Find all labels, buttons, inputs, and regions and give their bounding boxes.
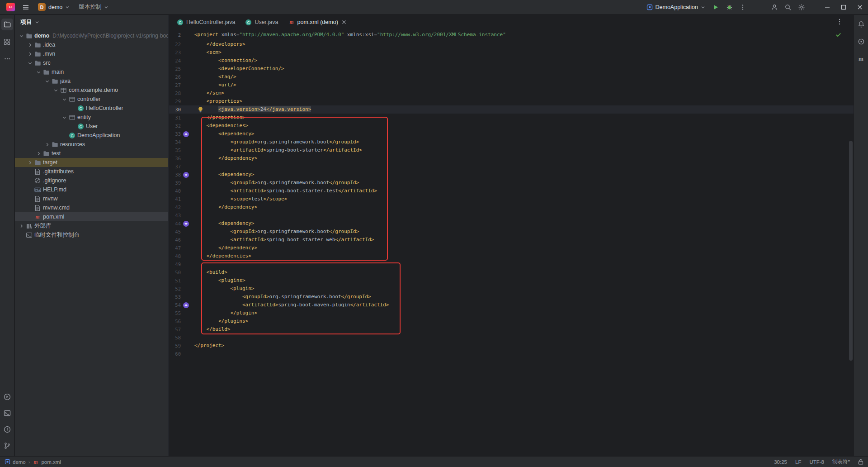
tree-item-hellocontroller[interactable]: CHelloController bbox=[15, 104, 168, 113]
chevron-closed-icon[interactable] bbox=[43, 142, 51, 147]
code-line-27[interactable]: 27 <url/> bbox=[169, 81, 854, 89]
code-line-36[interactable]: 36 </dependency> bbox=[169, 154, 854, 162]
code-line-37[interactable]: 37 bbox=[169, 162, 854, 171]
tree-item-java[interactable]: java bbox=[15, 76, 168, 86]
problems-tool-window-button[interactable] bbox=[1, 424, 13, 435]
chevron-open-icon[interactable] bbox=[26, 61, 33, 66]
chevron-open-icon[interactable] bbox=[18, 33, 25, 38]
tree-item-临时文件和控制台[interactable]: 临时文件和控制台 bbox=[15, 230, 168, 239]
tree-item-help.md[interactable]: HELP.md bbox=[15, 185, 168, 194]
status-line-separator[interactable]: LF bbox=[795, 459, 801, 465]
ai-assistant-icon[interactable] bbox=[855, 36, 867, 48]
code-line-51[interactable]: 51 <plugins> bbox=[169, 276, 854, 285]
code-line-44[interactable]: 44 <dependency> bbox=[169, 219, 854, 228]
tab-user.java[interactable]: CUser.java bbox=[240, 15, 283, 29]
chevron-closed-icon[interactable] bbox=[26, 160, 33, 165]
more-tool-windows-button[interactable] bbox=[1, 53, 13, 65]
ai-gutter-icon[interactable] bbox=[181, 301, 194, 309]
code-line-39[interactable]: 39 <groupId>org.springframework.boot</gr… bbox=[169, 179, 854, 187]
tab-close-icon[interactable] bbox=[342, 20, 346, 24]
code-line-29[interactable]: 29 <properties> bbox=[169, 97, 854, 105]
code-line-33[interactable]: 33 <dependency> bbox=[169, 130, 854, 138]
close-button[interactable] bbox=[852, 0, 868, 14]
run-tool-window-button[interactable] bbox=[1, 391, 13, 403]
tree-item-pom.xml[interactable]: mpom.xml bbox=[15, 212, 168, 221]
code-line-23[interactable]: 23 <scm> bbox=[169, 48, 854, 57]
code-line-34[interactable]: 34 <groupId>org.springframework.boot</gr… bbox=[169, 138, 854, 146]
code-line-43[interactable]: 43 bbox=[169, 211, 854, 219]
tree-item-src[interactable]: src bbox=[15, 58, 168, 67]
chevron-open-icon[interactable] bbox=[43, 79, 51, 84]
breadcrumb-item-demo[interactable]: demo bbox=[5, 459, 26, 465]
chevron-closed-icon[interactable] bbox=[26, 52, 33, 57]
chevron-open-icon[interactable] bbox=[61, 115, 68, 120]
tab-options-kebab-icon[interactable] bbox=[836, 17, 843, 26]
project-panel-header[interactable]: 项目 bbox=[15, 15, 168, 29]
tree-item-.mvn[interactable]: .mvn bbox=[15, 49, 168, 58]
tree-item-user[interactable]: CUser bbox=[15, 122, 168, 131]
editor-area[interactable]: CHelloController.javaCUser.javampom.xml … bbox=[169, 15, 854, 456]
code-line-58[interactable]: 58 bbox=[169, 334, 854, 342]
code-line-54[interactable]: 54 <artifactId>spring-boot-maven-plugin<… bbox=[169, 301, 854, 309]
code-line-45[interactable]: 45 <groupId>org.springframework.boot</gr… bbox=[169, 228, 854, 236]
code-line-47[interactable]: 47 </dependency> bbox=[169, 244, 854, 252]
maven-tool-window-button[interactable]: m bbox=[855, 53, 867, 65]
status-encoding[interactable]: UTF-8 bbox=[809, 459, 824, 465]
tree-item-com.example.demo[interactable]: com.example.demo bbox=[15, 86, 168, 95]
code-line-41[interactable]: 41 <scope>test</scope> bbox=[169, 195, 854, 203]
tree-item-mvnw[interactable]: mvnw bbox=[15, 194, 168, 203]
tab-pom.xml-demo-[interactable]: mpom.xml (demo) bbox=[283, 15, 351, 29]
code-line-53[interactable]: 53 <groupId>org.springframework.boot</gr… bbox=[169, 293, 854, 301]
vcs-widget[interactable]: 版本控制 bbox=[75, 1, 112, 13]
tree-item-.idea[interactable]: .idea bbox=[15, 40, 168, 49]
code-line-57[interactable]: 57 </build> bbox=[169, 325, 854, 334]
chevron-closed-icon[interactable] bbox=[18, 224, 25, 229]
code-line-46[interactable]: 46 <artifactId>spring-boot-starter-web</… bbox=[169, 236, 854, 244]
tree-item-resources[interactable]: resources bbox=[15, 140, 168, 149]
more-actions-button[interactable] bbox=[736, 1, 750, 13]
sticky-line[interactable]: 2 <project xmlns="http://maven.apache.or… bbox=[169, 29, 854, 40]
run-button[interactable] bbox=[709, 1, 722, 13]
chevron-open-icon[interactable] bbox=[52, 88, 59, 93]
notifications-bell-icon[interactable] bbox=[855, 19, 867, 30]
code-line-28[interactable]: 28 </scm> bbox=[169, 89, 854, 97]
run-configuration-widget[interactable]: DemoApplication bbox=[643, 1, 709, 13]
chevron-closed-icon[interactable] bbox=[26, 43, 33, 48]
tree-item-controller[interactable]: controller bbox=[15, 95, 168, 104]
tree-item-.gitattributes[interactable]: .gitattributes bbox=[15, 167, 168, 176]
tree-item-test[interactable]: test bbox=[15, 149, 168, 158]
code-line-42[interactable]: 42 </dependency> bbox=[169, 203, 854, 211]
tree-item-mvnw.cmd[interactable]: mvnw.cmd bbox=[15, 203, 168, 212]
chevron-closed-icon[interactable] bbox=[35, 151, 42, 156]
code-line-56[interactable]: 56 </plugins> bbox=[169, 317, 854, 325]
code-line-30[interactable]: 30 <java.version>24</java.version> bbox=[169, 105, 854, 114]
tree-item-demoapplication[interactable]: CDemoApplication bbox=[15, 131, 168, 140]
code-line-31[interactable]: 31 </properties> bbox=[169, 114, 854, 122]
version-control-tool-window-button[interactable] bbox=[1, 440, 13, 452]
code-editor[interactable]: 22 </developers>23 <scm>24 <connection/>… bbox=[169, 40, 854, 358]
tree-item-main[interactable]: main bbox=[15, 67, 168, 76]
code-line-52[interactable]: 52 <plugin> bbox=[169, 285, 854, 293]
ai-gutter-icon[interactable] bbox=[181, 219, 194, 228]
code-line-32[interactable]: 32 <dependencies> bbox=[169, 122, 854, 130]
main-menu-button[interactable] bbox=[19, 1, 33, 13]
code-line-25[interactable]: 25 <developerConnection/> bbox=[169, 65, 854, 73]
tree-item-target[interactable]: target bbox=[15, 158, 168, 167]
code-line-55[interactable]: 55 </plugin> bbox=[169, 309, 854, 317]
status-indent-style[interactable]: 制表符* bbox=[832, 458, 850, 465]
editor-scrollbar[interactable] bbox=[849, 141, 853, 361]
code-line-24[interactable]: 24 <connection/> bbox=[169, 57, 854, 65]
ai-gutter-icon[interactable] bbox=[181, 130, 194, 138]
minimize-button[interactable] bbox=[819, 0, 835, 14]
code-line-49[interactable]: 49 bbox=[169, 260, 854, 268]
tree-item-entity[interactable]: entity bbox=[15, 113, 168, 122]
intention-bulb-icon[interactable] bbox=[198, 106, 203, 113]
tree-item-.gitignore[interactable]: .gitignore bbox=[15, 176, 168, 185]
code-line-35[interactable]: 35 <artifactId>spring-boot-starter</arti… bbox=[169, 146, 854, 154]
ai-gutter-icon[interactable] bbox=[181, 171, 194, 179]
tab-hellocontroller.java[interactable]: CHelloController.java bbox=[172, 15, 240, 29]
breadcrumb-item-pom.xml[interactable]: mpom.xml bbox=[33, 459, 61, 465]
code-line-40[interactable]: 40 <artifactId>spring-boot-starter-test<… bbox=[169, 187, 854, 195]
code-line-50[interactable]: 50 <build> bbox=[169, 268, 854, 276]
code-line-59[interactable]: 59</project> bbox=[169, 342, 854, 350]
